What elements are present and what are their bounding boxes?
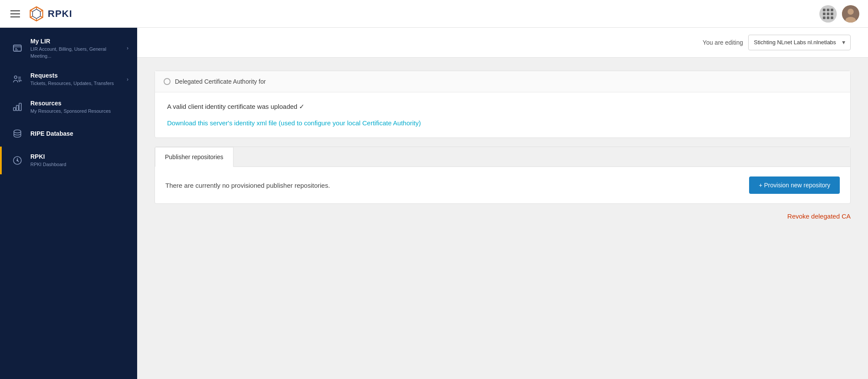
avatar-image [842, 5, 859, 23]
publisher-body: There are currently no provisioned publi… [155, 167, 850, 203]
ca-body: A valid client identity certificate was … [155, 92, 850, 137]
svg-rect-19 [13, 108, 16, 111]
sidebar-item-requests-chevron: › [127, 76, 128, 82]
sidebar: My LIR LIR Account, Billing, Users, Gene… [0, 28, 137, 379]
sidebar-item-my-lir-title: My LIR [30, 37, 123, 45]
ca-header: Delegated Certificate Authority for [155, 71, 850, 92]
sidebar-item-requests-content: Requests Tickets, Resources, Updates, Tr… [30, 72, 123, 87]
sidebar-item-ripe-database[interactable]: RIPE Database [0, 121, 137, 147]
database-icon [10, 127, 24, 140]
revoke-delegated-ca-button[interactable]: Revoke delegated CA [787, 212, 851, 220]
sidebar-item-ripe-database-title: RIPE Database [30, 130, 128, 137]
sidebar-item-my-lir[interactable]: My LIR LIR Account, Billing, Users, Gene… [0, 31, 137, 65]
sidebar-item-resources[interactable]: Resources My Resources, Sponsored Resour… [0, 93, 137, 121]
rpki-icon [10, 154, 24, 167]
publisher-tabs: Publisher repositories [155, 147, 850, 167]
revoke-section: Revoke delegated CA [155, 212, 851, 220]
org-selector-wrap: Stichting NLnet Labs nl.nlnetlabs ▼ [748, 35, 851, 50]
logo-text: RPKI [48, 8, 72, 20]
lir-icon [10, 41, 24, 55]
provision-new-repository-button[interactable]: + Provision new repository [749, 176, 840, 194]
sidebar-item-rpki-title: RPKI [30, 153, 128, 160]
ca-download-link[interactable]: Download this server's identity xml file… [167, 119, 421, 127]
svg-point-9 [848, 9, 854, 15]
svg-rect-11 [13, 45, 21, 51]
svg-point-24 [16, 160, 18, 161]
hamburger-menu-button[interactable] [9, 9, 22, 19]
sidebar-item-resources-subtitle: My Resources, Sponsored Resources [30, 108, 128, 114]
sidebar-item-rpki-subtitle: RPKI Dashboard [30, 161, 128, 168]
resources-icon [10, 100, 24, 114]
sidebar-item-resources-content: Resources My Resources, Sponsored Resour… [30, 99, 128, 115]
main-content: You are editing Stichting NLnet Labs nl.… [137, 28, 868, 379]
topbar-right [819, 5, 859, 23]
ca-section: Delegated Certificate Authority for A va… [155, 71, 851, 138]
svg-point-15 [14, 76, 17, 78]
publisher-section: Publisher repositories There are current… [155, 147, 851, 204]
editing-label: You are editing [703, 39, 743, 46]
editing-bar: You are editing Stichting NLnet Labs nl.… [137, 28, 868, 58]
ca-radio-indicator [164, 78, 171, 85]
svg-rect-20 [16, 105, 19, 111]
sidebar-item-ripe-database-content: RIPE Database [30, 130, 128, 137]
publisher-empty-message: There are currently no provisioned publi… [165, 182, 330, 189]
apps-menu-button[interactable] [819, 5, 837, 23]
sidebar-item-requests-title: Requests [30, 72, 123, 79]
svg-rect-21 [19, 103, 21, 111]
publisher-repositories-tab[interactable]: Publisher repositories [155, 147, 233, 167]
user-avatar-button[interactable] [842, 5, 859, 23]
requests-icon [10, 72, 24, 86]
sidebar-item-my-lir-content: My LIR LIR Account, Billing, Users, Gene… [30, 37, 123, 59]
apps-grid-icon [823, 9, 833, 19]
svg-point-22 [14, 130, 21, 133]
sidebar-item-resources-title: Resources [30, 99, 128, 107]
ca-header-title: Delegated Certificate Authority for [175, 78, 266, 85]
topbar-left: RPKI [9, 6, 72, 22]
org-selector[interactable]: Stichting NLnet Labs nl.nlnetlabs [748, 35, 851, 50]
sidebar-item-my-lir-chevron: › [127, 45, 128, 51]
ca-cert-status: A valid client identity certificate was … [167, 103, 838, 111]
logo-icon [29, 6, 44, 22]
sidebar-item-requests-subtitle: Tickets, Resources, Updates, Transfers [30, 80, 123, 87]
sidebar-item-my-lir-subtitle: LIR Account, Billing, Users, General Mee… [30, 46, 123, 59]
sidebar-item-rpki[interactable]: RPKI RPKI Dashboard [0, 147, 137, 174]
logo-area: RPKI [29, 6, 72, 22]
topbar: RPKI [0, 0, 868, 28]
sidebar-item-requests[interactable]: Requests Tickets, Resources, Updates, Tr… [0, 65, 137, 93]
svg-marker-1 [33, 9, 40, 19]
sidebar-item-rpki-content: RPKI RPKI Dashboard [30, 153, 128, 168]
layout: My LIR LIR Account, Billing, Users, Gene… [0, 28, 868, 379]
